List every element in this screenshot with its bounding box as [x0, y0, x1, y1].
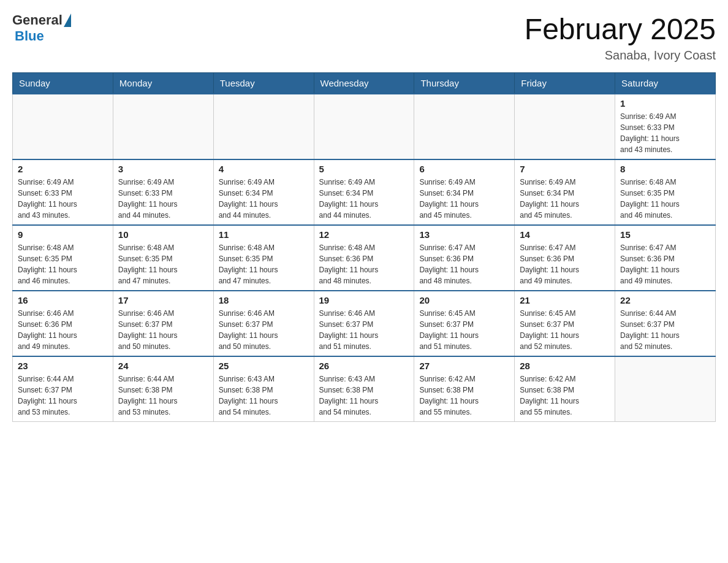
day-number: 25	[219, 361, 309, 371]
day-info: Sunrise: 6:44 AMSunset: 6:37 PMDaylight:…	[18, 373, 108, 418]
title-section: February 2025 Sanaba, Ivory Coast	[525, 12, 716, 63]
month-title: February 2025	[525, 12, 716, 46]
day-number: 19	[319, 295, 409, 305]
day-info: Sunrise: 6:49 AMSunset: 6:34 PMDaylight:…	[520, 177, 610, 221]
calendar-cell	[414, 94, 515, 159]
logo: General Blue	[12, 12, 71, 44]
day-number: 24	[118, 361, 208, 371]
calendar-cell: 28Sunrise: 6:42 AMSunset: 6:38 PMDayligh…	[515, 356, 615, 422]
day-number: 23	[18, 361, 108, 371]
day-info: Sunrise: 6:44 AMSunset: 6:37 PMDaylight:…	[620, 308, 710, 352]
calendar-cell: 27Sunrise: 6:42 AMSunset: 6:38 PMDayligh…	[414, 356, 515, 422]
day-info: Sunrise: 6:49 AMSunset: 6:33 PMDaylight:…	[620, 111, 710, 155]
day-info: Sunrise: 6:48 AMSunset: 6:35 PMDaylight:…	[18, 242, 108, 286]
day-number: 14	[520, 229, 610, 240]
calendar-cell: 16Sunrise: 6:46 AMSunset: 6:36 PMDayligh…	[13, 291, 113, 356]
day-number: 7	[520, 164, 610, 174]
day-header-monday: Monday	[113, 73, 213, 94]
day-number: 8	[620, 164, 710, 174]
day-number: 20	[419, 295, 509, 305]
day-info: Sunrise: 6:46 AMSunset: 6:37 PMDaylight:…	[319, 308, 409, 352]
logo-triangle-icon	[64, 13, 71, 27]
calendar-cell: 22Sunrise: 6:44 AMSunset: 6:37 PMDayligh…	[615, 291, 716, 356]
calendar-cell: 3Sunrise: 6:49 AMSunset: 6:33 PMDaylight…	[113, 159, 213, 225]
day-info: Sunrise: 6:42 AMSunset: 6:38 PMDaylight:…	[419, 373, 509, 418]
day-info: Sunrise: 6:48 AMSunset: 6:35 PMDaylight:…	[118, 242, 208, 286]
logo-blue: Blue	[15, 28, 44, 44]
calendar-cell	[515, 94, 615, 159]
calendar-cell: 5Sunrise: 6:49 AMSunset: 6:34 PMDaylight…	[314, 159, 414, 225]
day-number: 2	[18, 164, 108, 174]
day-info: Sunrise: 6:49 AMSunset: 6:34 PMDaylight:…	[319, 177, 409, 221]
day-number: 5	[319, 164, 409, 174]
calendar-cell: 20Sunrise: 6:45 AMSunset: 6:37 PMDayligh…	[414, 291, 515, 356]
calendar-cell: 17Sunrise: 6:46 AMSunset: 6:37 PMDayligh…	[113, 291, 213, 356]
day-info: Sunrise: 6:46 AMSunset: 6:37 PMDaylight:…	[118, 308, 208, 352]
day-number: 15	[620, 229, 710, 240]
day-info: Sunrise: 6:47 AMSunset: 6:36 PMDaylight:…	[520, 242, 610, 286]
calendar-week-2: 2Sunrise: 6:49 AMSunset: 6:33 PMDaylight…	[13, 159, 716, 225]
day-info: Sunrise: 6:47 AMSunset: 6:36 PMDaylight:…	[419, 242, 509, 286]
day-info: Sunrise: 6:42 AMSunset: 6:38 PMDaylight:…	[520, 373, 610, 418]
calendar-cell: 15Sunrise: 6:47 AMSunset: 6:36 PMDayligh…	[615, 225, 716, 291]
calendar-cell: 7Sunrise: 6:49 AMSunset: 6:34 PMDaylight…	[515, 159, 615, 225]
day-number: 13	[419, 229, 509, 240]
calendar-cell: 14Sunrise: 6:47 AMSunset: 6:36 PMDayligh…	[515, 225, 615, 291]
day-info: Sunrise: 6:45 AMSunset: 6:37 PMDaylight:…	[419, 308, 509, 352]
day-header-sunday: Sunday	[13, 73, 113, 94]
day-info: Sunrise: 6:49 AMSunset: 6:34 PMDaylight:…	[419, 177, 509, 221]
day-number: 16	[18, 295, 108, 305]
calendar-cell	[113, 94, 213, 159]
calendar-cell: 12Sunrise: 6:48 AMSunset: 6:36 PMDayligh…	[314, 225, 414, 291]
page-header: General Blue February 2025 Sanaba, Ivory…	[12, 12, 716, 63]
day-info: Sunrise: 6:45 AMSunset: 6:37 PMDaylight:…	[520, 308, 610, 352]
calendar-cell	[13, 94, 113, 159]
day-info: Sunrise: 6:46 AMSunset: 6:37 PMDaylight:…	[219, 308, 309, 352]
day-number: 6	[419, 164, 509, 174]
calendar-cell: 6Sunrise: 6:49 AMSunset: 6:34 PMDaylight…	[414, 159, 515, 225]
calendar-week-1: 1Sunrise: 6:49 AMSunset: 6:33 PMDaylight…	[13, 94, 716, 159]
calendar-cell: 26Sunrise: 6:43 AMSunset: 6:38 PMDayligh…	[314, 356, 414, 422]
day-header-thursday: Thursday	[414, 73, 515, 94]
days-header-row: SundayMondayTuesdayWednesdayThursdayFrid…	[13, 73, 716, 94]
day-number: 27	[419, 361, 509, 371]
calendar-week-5: 23Sunrise: 6:44 AMSunset: 6:37 PMDayligh…	[13, 356, 716, 422]
location-subtitle: Sanaba, Ivory Coast	[525, 48, 716, 63]
day-info: Sunrise: 6:43 AMSunset: 6:38 PMDaylight:…	[319, 373, 409, 418]
day-number: 28	[520, 361, 610, 371]
day-number: 18	[219, 295, 309, 305]
calendar-cell: 1Sunrise: 6:49 AMSunset: 6:33 PMDaylight…	[615, 94, 716, 159]
day-number: 10	[118, 229, 208, 240]
calendar-cell: 8Sunrise: 6:48 AMSunset: 6:35 PMDaylight…	[615, 159, 716, 225]
calendar-cell: 19Sunrise: 6:46 AMSunset: 6:37 PMDayligh…	[314, 291, 414, 356]
day-number: 21	[520, 295, 610, 305]
day-number: 3	[118, 164, 208, 174]
day-number: 1	[620, 98, 710, 109]
day-number: 12	[319, 229, 409, 240]
calendar-cell: 11Sunrise: 6:48 AMSunset: 6:35 PMDayligh…	[213, 225, 314, 291]
calendar-cell: 25Sunrise: 6:43 AMSunset: 6:38 PMDayligh…	[213, 356, 314, 422]
day-number: 9	[18, 229, 108, 240]
calendar-cell	[314, 94, 414, 159]
day-header-wednesday: Wednesday	[314, 73, 414, 94]
calendar-week-3: 9Sunrise: 6:48 AMSunset: 6:35 PMDaylight…	[13, 225, 716, 291]
day-header-friday: Friday	[515, 73, 615, 94]
calendar-cell: 18Sunrise: 6:46 AMSunset: 6:37 PMDayligh…	[213, 291, 314, 356]
day-header-saturday: Saturday	[615, 73, 716, 94]
day-number: 11	[219, 229, 309, 240]
day-info: Sunrise: 6:48 AMSunset: 6:35 PMDaylight:…	[620, 177, 710, 221]
calendar-week-4: 16Sunrise: 6:46 AMSunset: 6:36 PMDayligh…	[13, 291, 716, 356]
day-number: 22	[620, 295, 710, 305]
calendar-cell: 24Sunrise: 6:44 AMSunset: 6:38 PMDayligh…	[113, 356, 213, 422]
calendar-cell: 13Sunrise: 6:47 AMSunset: 6:36 PMDayligh…	[414, 225, 515, 291]
calendar-cell: 4Sunrise: 6:49 AMSunset: 6:34 PMDaylight…	[213, 159, 314, 225]
day-info: Sunrise: 6:49 AMSunset: 6:33 PMDaylight:…	[18, 177, 108, 221]
calendar-cell	[615, 356, 716, 422]
day-info: Sunrise: 6:49 AMSunset: 6:34 PMDaylight:…	[219, 177, 309, 221]
day-info: Sunrise: 6:49 AMSunset: 6:33 PMDaylight:…	[118, 177, 208, 221]
day-number: 4	[219, 164, 309, 174]
calendar-cell	[213, 94, 314, 159]
day-number: 17	[118, 295, 208, 305]
logo-general: General	[12, 12, 63, 28]
day-info: Sunrise: 6:44 AMSunset: 6:38 PMDaylight:…	[118, 373, 208, 418]
